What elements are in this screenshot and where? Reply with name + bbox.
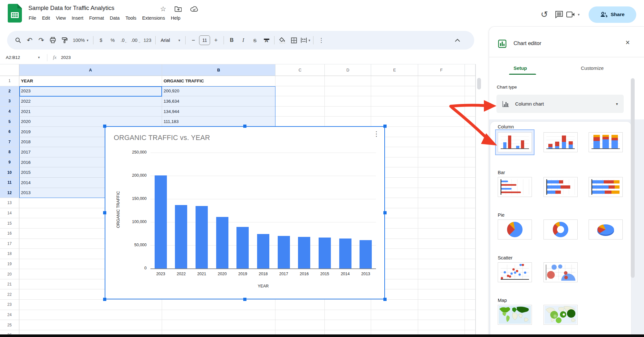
bold-button[interactable]: B (226, 34, 237, 46)
cell-partial[interactable] (465, 208, 476, 219)
cell-partial[interactable] (465, 86, 476, 97)
cell-E25[interactable] (371, 320, 418, 330)
row-header-12[interactable]: 12 (0, 188, 19, 198)
cell-F21[interactable] (418, 279, 465, 290)
cell-F13[interactable] (418, 198, 465, 208)
name-box[interactable]: A2:B12 (0, 55, 38, 60)
row-header-23[interactable]: 23 (0, 300, 19, 310)
row-header-18[interactable]: 18 (0, 249, 19, 259)
cell-C25[interactable] (275, 320, 325, 330)
cell-C26[interactable] (275, 330, 325, 335)
cell-partial[interactable] (465, 157, 476, 168)
cell-partial[interactable] (465, 117, 476, 127)
cell-E24[interactable] (371, 310, 418, 320)
cell-F26[interactable] (418, 330, 465, 335)
row-header-3[interactable]: 3 (0, 96, 19, 107)
increase-decimal-button[interactable]: .00→ (130, 34, 142, 46)
cell-F7[interactable] (418, 137, 465, 147)
embedded-chart[interactable]: ORGANIC TRAFFIC vs. YEAR ⋮ ORGANIC TRAFF… (105, 126, 385, 299)
cell-C23[interactable] (275, 300, 325, 310)
format-percent-button[interactable]: % (107, 34, 119, 46)
cell-partial[interactable] (465, 269, 476, 279)
format-currency-button[interactable]: $ (95, 34, 107, 46)
row-header-19[interactable]: 19 (0, 259, 19, 269)
cell-F18[interactable] (418, 249, 465, 259)
formula-input[interactable]: 2023 (61, 55, 71, 60)
cell-partial[interactable] (465, 259, 476, 269)
chart-selection-handle[interactable] (243, 298, 246, 301)
thumb-donut-chart[interactable] (543, 220, 578, 239)
zoom-control[interactable]: 100% ▾ (70, 38, 91, 43)
cell-E4[interactable] (371, 107, 418, 117)
thumb-bar-chart[interactable] (498, 177, 532, 197)
row-header-14[interactable]: 14 (0, 208, 19, 219)
cell-partial[interactable] (465, 76, 476, 86)
row-header-2[interactable]: 2 (0, 86, 19, 97)
cell-D24[interactable] (325, 310, 371, 320)
text-color-button[interactable]: A (261, 34, 272, 46)
cell-F6[interactable] (418, 127, 465, 137)
row-header-22[interactable]: 22 (0, 289, 19, 300)
cell-C5[interactable] (275, 117, 325, 127)
cell-B1[interactable]: ORGANIC TRAFFIC (162, 76, 276, 86)
more-toolbar-options-icon[interactable]: ⋮ (315, 34, 327, 46)
cell-partial[interactable] (465, 239, 476, 249)
chart-selection-handle[interactable] (103, 125, 106, 128)
row-header-21[interactable]: 21 (0, 279, 19, 290)
row-header-9[interactable]: 9 (0, 157, 19, 168)
cell-F25[interactable] (418, 320, 465, 330)
borders-button[interactable] (288, 34, 300, 46)
sheets-logo-icon[interactable] (8, 4, 22, 23)
cell-E2[interactable] (371, 86, 418, 97)
cell-partial[interactable] (465, 107, 476, 117)
cell-A23[interactable] (19, 300, 162, 310)
cell-partial[interactable] (465, 229, 476, 239)
cell-A26[interactable] (19, 330, 162, 335)
cell-partial[interactable] (465, 188, 476, 198)
cell-F14[interactable] (418, 208, 465, 219)
cell-partial[interactable] (465, 198, 476, 208)
cell-A2[interactable]: 2023 (19, 86, 162, 97)
cell-partial[interactable] (465, 300, 476, 310)
cell-F2[interactable] (418, 86, 465, 97)
thumb-column-chart[interactable] (498, 132, 532, 152)
share-button[interactable]: Share (589, 6, 636, 23)
thumb-stacked-column-chart[interactable] (543, 132, 578, 152)
cell-C2[interactable] (275, 86, 325, 97)
chart-selection-handle[interactable] (383, 298, 387, 301)
decrease-font-size-button[interactable]: − (187, 34, 199, 46)
thumb-geo-map[interactable] (498, 305, 532, 325)
menu-insert[interactable]: Insert (69, 14, 86, 22)
cell-partial[interactable] (465, 289, 476, 300)
panel-scrollbar-thumb[interactable] (631, 78, 635, 278)
cell-F19[interactable] (418, 259, 465, 269)
cell-F4[interactable] (418, 107, 465, 117)
cell-F15[interactable] (418, 218, 465, 229)
strikethrough-button[interactable]: S (249, 34, 261, 46)
cell-partial[interactable] (465, 167, 476, 178)
thumb-scatter-chart[interactable] (498, 262, 532, 282)
cell-partial[interactable] (465, 249, 476, 259)
cell-D2[interactable] (325, 86, 371, 97)
cell-C4[interactable] (275, 107, 325, 117)
cell-partial[interactable] (465, 127, 476, 137)
decrease-decimal-button[interactable]: .0← (119, 34, 130, 46)
cell-C3[interactable] (275, 96, 325, 107)
row-header-6[interactable]: 6 (0, 127, 19, 137)
cell-B24[interactable] (162, 310, 276, 320)
cell-B2[interactable]: 200,920 (162, 86, 276, 97)
chart-selection-handle[interactable] (103, 298, 106, 301)
cell-F1[interactable] (418, 76, 465, 86)
chart-selection-handle[interactable] (383, 125, 387, 128)
document-title[interactable]: Sample Data for Traffic Analytics (28, 5, 114, 12)
thumb-geo-bubble-map[interactable] (543, 305, 578, 325)
tab-customize[interactable]: Customize (581, 65, 604, 71)
cell-F16[interactable] (418, 229, 465, 239)
thumb-100-stacked-column-chart[interactable] (589, 132, 623, 152)
cell-F5[interactable] (418, 117, 465, 127)
row-header-11[interactable]: 11 (0, 178, 19, 188)
cell-A1[interactable]: YEAR (19, 76, 162, 86)
cell-D5[interactable] (325, 117, 371, 127)
cell-partial[interactable] (465, 147, 476, 157)
cell-F23[interactable] (418, 300, 465, 310)
